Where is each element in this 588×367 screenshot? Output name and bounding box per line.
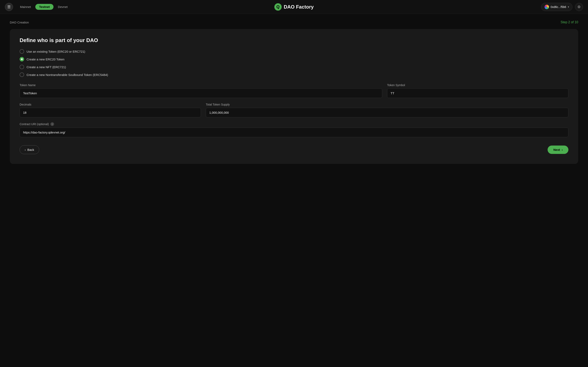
token-name-input[interactable]: [20, 88, 382, 98]
radio-group: Use an existing Token (ERC20 or ERC721) …: [20, 49, 568, 77]
next-button[interactable]: Next ›: [547, 146, 568, 154]
contract-uri-group: Contract URI (optional) i: [20, 122, 568, 137]
radio-circle-existing-token: [20, 49, 24, 54]
total-supply-label: Total Token Supply: [206, 103, 568, 106]
network-tab-mainnet[interactable]: Mainnet: [16, 4, 34, 10]
token-name-group: Token Name: [20, 83, 382, 98]
settings-button[interactable]: ⚙: [575, 3, 583, 11]
back-button-label: Back: [27, 148, 34, 151]
token-name-label: Token Name: [20, 83, 382, 87]
wallet-address: 0xd6c...f5b6: [551, 5, 566, 8]
header-left: ☰ Mainnet Testnet Devnet: [5, 3, 71, 11]
wallet-button[interactable]: 0xd6c...f5b6 ▾: [541, 3, 572, 11]
token-symbol-label: Token Symbol: [387, 83, 568, 87]
network-tab-devnet[interactable]: Devnet: [54, 4, 71, 10]
contract-uri-input[interactable]: [20, 128, 568, 137]
breadcrumb-row: DAO Creation Step 2 of 10: [10, 20, 578, 24]
form-card: Define who is part of your DAO Use an ex…: [10, 29, 578, 164]
header: ☰ Mainnet Testnet Devnet Q DAO Factory 0…: [0, 0, 588, 14]
header-center: Q DAO Factory: [274, 3, 314, 11]
radio-label-new-erc20: Create a new ERC20 Token: [26, 58, 65, 61]
token-symbol-input[interactable]: [387, 88, 568, 98]
decimals-label: Decimals: [20, 103, 201, 106]
token-name-symbol-row: Token Name Token Symbol: [20, 83, 568, 98]
next-button-label: Next: [553, 148, 560, 151]
radio-option-soulbound[interactable]: Create a new Nontransferable Soulbound T…: [20, 73, 568, 77]
main-content: DAO Creation Step 2 of 10 Define who is …: [0, 14, 588, 170]
radio-circle-new-erc20: [20, 57, 24, 61]
decimals-input[interactable]: [20, 108, 201, 117]
network-tabs: Mainnet Testnet Devnet: [16, 4, 71, 10]
app-title: DAO Factory: [284, 4, 314, 10]
gear-icon: ⚙: [577, 5, 581, 9]
token-symbol-group: Token Symbol: [387, 83, 568, 98]
info-icon[interactable]: i: [50, 122, 54, 126]
network-tab-testnet[interactable]: Testnet: [35, 4, 53, 10]
decimals-group: Decimals: [20, 103, 201, 117]
button-row: ‹ Back Next ›: [20, 145, 568, 154]
radio-label-soulbound: Create a new Nontransferable Soulbound T…: [26, 73, 108, 76]
breadcrumb: DAO Creation: [10, 21, 29, 24]
logo-icon: Q: [274, 3, 282, 11]
wallet-icon: [545, 5, 549, 9]
header-right: 0xd6c...f5b6 ▾ ⚙: [541, 3, 583, 11]
radio-option-existing-token[interactable]: Use an existing Token (ERC20 or ERC721): [20, 49, 568, 54]
back-chevron-icon: ‹: [25, 148, 26, 151]
radio-label-existing-token: Use an existing Token (ERC20 or ERC721): [26, 50, 85, 53]
radio-label-new-nft: Create a new NFT (ERC721): [26, 65, 66, 69]
step-indicator: Step 2 of 10: [561, 20, 578, 24]
total-supply-group: Total Token Supply: [206, 103, 568, 117]
radio-circle-new-nft: [20, 65, 24, 69]
total-supply-input[interactable]: [206, 108, 568, 117]
contract-uri-label-row: Contract URI (optional) i: [20, 122, 568, 126]
contract-uri-label: Contract URI (optional): [20, 123, 49, 126]
radio-option-new-erc20[interactable]: Create a new ERC20 Token: [20, 57, 568, 61]
next-chevron-icon: ›: [562, 148, 563, 151]
back-button[interactable]: ‹ Back: [20, 145, 39, 154]
menu-button[interactable]: ☰: [5, 3, 13, 11]
menu-icon: ☰: [7, 5, 11, 9]
chevron-down-icon: ▾: [568, 6, 569, 8]
radio-circle-soulbound: [20, 73, 24, 77]
radio-option-new-nft[interactable]: Create a new NFT (ERC721): [20, 65, 568, 69]
form-title: Define who is part of your DAO: [20, 37, 568, 43]
decimals-supply-row: Decimals Total Token Supply: [20, 103, 568, 117]
